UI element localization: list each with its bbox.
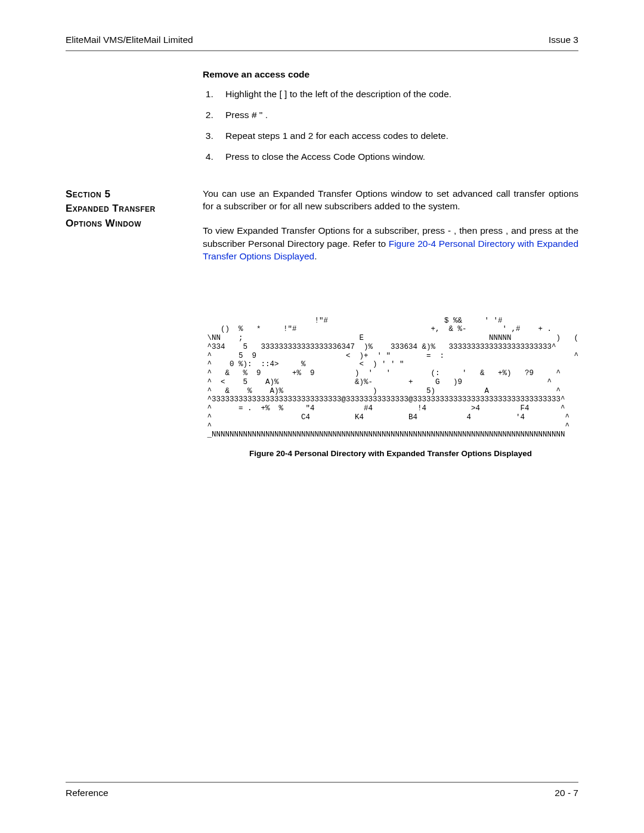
section-title-line1: Expanded Transfer <box>66 203 156 214</box>
section-number: Section 5 <box>66 188 110 200</box>
footer-left: Reference <box>66 788 109 798</box>
header-left: EliteMail VMS/EliteMail Limited <box>66 35 193 45</box>
remove-steps-list: Highlight the [ ] to the left of the des… <box>203 88 578 163</box>
page-header: EliteMail VMS/EliteMail Limited Issue 3 <box>66 35 578 45</box>
section-5-label: Section 5 Expanded Transfer Options Wind… <box>66 187 203 231</box>
section-5-para-2: To view Expanded Transfer Options for a … <box>203 224 578 262</box>
para2-text-b: . <box>314 251 317 261</box>
page-footer: Reference 20 - 7 <box>66 782 578 798</box>
section-5-para-1: You can use an Expanded Transfer Options… <box>203 187 578 213</box>
footer-right: 20 - 7 <box>555 788 578 798</box>
step-3: Repeat steps 1 and 2 for each access cod… <box>216 130 578 143</box>
remove-access-code-heading: Remove an access code <box>203 69 578 80</box>
step-4: Press to close the Access Code Options w… <box>216 151 578 163</box>
figure-ascii-block: !"# $ %& ' '# () % * !"# +, & %- ' ,# + … <box>203 317 578 440</box>
section-title-line2: Options Window <box>66 218 141 229</box>
step-1: Highlight the [ ] to the left of the des… <box>216 88 578 101</box>
figure-caption: Figure 20-4 Personal Directory with Expa… <box>203 449 578 458</box>
header-rule <box>66 50 578 51</box>
footer-rule <box>66 782 578 783</box>
header-right: Issue 3 <box>549 35 578 45</box>
step-2: Press # " . <box>216 109 578 122</box>
section-5-body: You can use an Expanded Transfer Options… <box>203 187 578 275</box>
